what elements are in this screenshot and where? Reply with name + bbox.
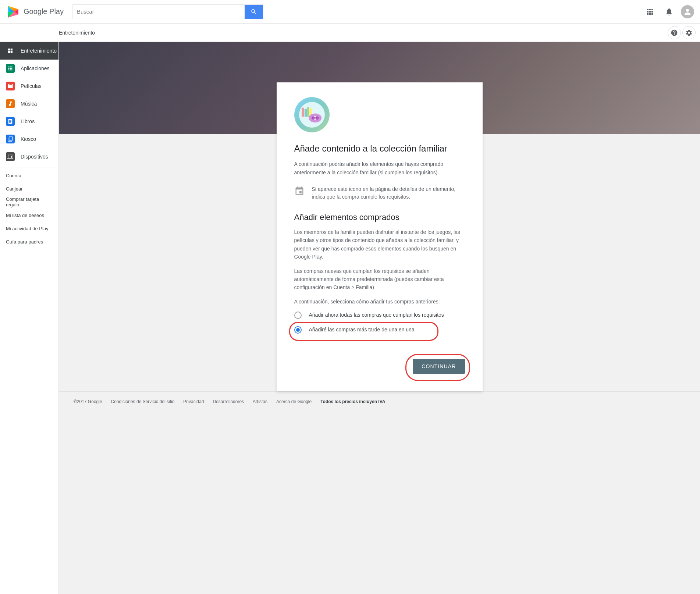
logo-text: Google Play [24, 7, 64, 16]
section-text-3: A continuación, selecciona cómo añadir t… [294, 298, 465, 306]
music-icon [6, 99, 15, 108]
svg-rect-2 [304, 109, 306, 117]
search-button[interactable] [245, 4, 263, 19]
svg-text:+: + [316, 117, 318, 119]
avatar[interactable] [681, 5, 694, 18]
help-button[interactable] [668, 26, 681, 39]
svg-rect-9 [314, 119, 316, 120]
radio-1-label: Añadir ahora todas las compras que cumpl… [309, 312, 444, 319]
card-subtitle: A continuación podrás añadir los element… [294, 160, 465, 177]
radio-option-2[interactable]: Añadiré las compras más tarde de una en … [294, 326, 465, 334]
second-nav-actions [668, 26, 700, 39]
sidebar-item-books[interactable]: Libros [0, 113, 58, 130]
svg-text:✦: ✦ [312, 117, 314, 119]
books-label: Libros [21, 118, 35, 124]
sidebar-item-devices[interactable]: Dispositivos [0, 148, 58, 166]
sidebar-item-apps[interactable]: Aplicaciones [0, 60, 58, 77]
entertainment-icon [6, 46, 15, 55]
radio-1-circle[interactable] [294, 312, 302, 319]
sidebar-item-entertainment[interactable]: Entretenimiento [0, 42, 58, 60]
footer-link-acerca[interactable]: Acerca de Google [276, 399, 312, 404]
gaming-family-icon: + ✦ [299, 102, 325, 128]
section-text-1: Los miembros de la familia pueden disfru… [294, 228, 465, 261]
notification-button[interactable] [662, 4, 676, 19]
sidebar-link-guia-padres[interactable]: Guía para padres [0, 235, 58, 248]
footer-copyright: ©2017 Google [74, 399, 102, 404]
sidebar: Entretenimiento Aplicaciones Películas [0, 42, 59, 594]
icon-row-text: Si aparece este icono en la página de de… [312, 185, 465, 201]
icon-row: Si aparece este icono en la página de de… [294, 185, 465, 201]
sidebar-link-cuenta[interactable]: Cuenta [0, 169, 58, 182]
main-card: + ✦ Añade contenido a la colección famil… [277, 82, 483, 391]
svg-rect-1 [302, 108, 304, 117]
family-icon: + ✦ [294, 97, 330, 132]
footer-link-condiciones[interactable]: Condiciones de Servicio del sitio [111, 399, 175, 404]
settings-icon [685, 29, 693, 36]
svg-rect-8 [314, 116, 316, 117]
apps-label: Aplicaciones [21, 65, 50, 71]
footer-link-desarrolladores[interactable]: Desarrolladores [213, 399, 244, 404]
entertainment-label: Entretenimiento [21, 48, 57, 54]
badge-icon [294, 186, 305, 196]
sidebar-link-canjear[interactable]: Canjear [0, 182, 58, 195]
entertainment-label: Entretenimiento [59, 30, 95, 36]
continue-button-wrapper: CONTINUAR [294, 359, 465, 374]
music-label: Música [21, 101, 37, 107]
sidebar-item-music[interactable]: Música [0, 95, 58, 113]
footer: ©2017 Google Condiciones de Servicio del… [59, 391, 700, 412]
section-text-2: Las compras nuevas que cumplan los requi… [294, 267, 465, 292]
movies-label: Películas [21, 83, 42, 89]
apps-grid-button[interactable] [643, 4, 657, 19]
svg-rect-3 [307, 107, 309, 117]
sidebar-link-actividad[interactable]: Mi actividad de Play [0, 222, 58, 235]
books-icon [6, 117, 15, 126]
apps-icon [6, 64, 15, 73]
movies-icon [6, 82, 15, 90]
content-area: + ✦ Añade contenido a la colección famil… [59, 42, 700, 594]
footer-prices: Todos los precios incluyen IVA [320, 399, 385, 404]
radio-option-1[interactable]: Añadir ahora todas las compras que cumpl… [294, 312, 465, 319]
sidebar-divider [0, 167, 58, 167]
logo-area: Google Play [6, 4, 72, 19]
footer-link-artistas[interactable]: Artistas [253, 399, 267, 404]
sidebar-link-lista-deseos[interactable]: Mi lista de deseos [0, 209, 58, 222]
continue-button[interactable]: CONTINUAR [413, 359, 465, 374]
search-bar [72, 4, 263, 19]
sidebar-item-kiosco[interactable]: Kiosco [0, 130, 58, 148]
radio-2-label: Añadiré las compras más tarde de una en … [309, 326, 415, 334]
help-icon [671, 29, 678, 36]
main-layout: Entretenimiento Aplicaciones Películas [0, 42, 700, 594]
settings-button[interactable] [682, 26, 696, 39]
section-title: Añadir elementos comprados [294, 213, 465, 222]
avatar-icon [683, 7, 692, 16]
section-divider [294, 344, 465, 344]
devices-icon [6, 152, 15, 161]
google-play-logo-icon [6, 4, 21, 19]
continue-btn-annotation: CONTINUAR [413, 359, 465, 374]
sidebar-link-comprar-tarjeta[interactable]: Comprar tarjeta regalo [0, 195, 58, 209]
notification-icon [665, 7, 674, 16]
devices-label: Dispositivos [21, 154, 48, 160]
kiosco-label: Kiosco [21, 136, 36, 142]
sidebar-item-movies[interactable]: Películas [0, 77, 58, 95]
second-nav: Entretenimiento [0, 24, 700, 42]
apps-grid-icon [646, 7, 654, 16]
search-icon [250, 8, 257, 15]
svg-point-5 [309, 114, 321, 123]
card-title: Añade contenido a la colección familiar [294, 143, 465, 154]
search-input[interactable] [72, 8, 245, 15]
top-nav: Google Play [0, 0, 700, 24]
footer-link-privacidad[interactable]: Privacidad [183, 399, 204, 404]
nav-icons [643, 4, 694, 19]
radio-2-circle[interactable] [294, 326, 302, 334]
kiosco-icon [6, 135, 15, 143]
